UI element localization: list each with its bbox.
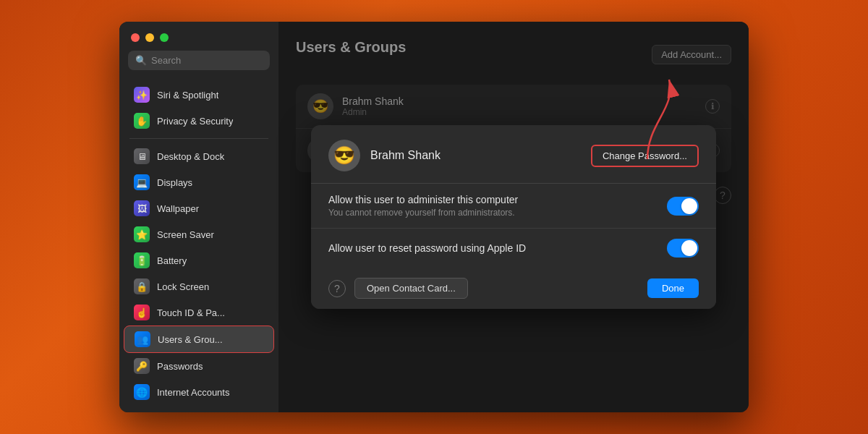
sidebar-divider xyxy=(129,138,268,139)
sheet-avatar: 😎 xyxy=(328,140,360,171)
maximize-button[interactable] xyxy=(160,33,169,42)
sheet-username: Brahm Shank xyxy=(370,149,581,162)
sidebar-item-label: Siri & Spotlight xyxy=(157,90,218,101)
option-title: Allow this user to administer this compu… xyxy=(328,194,518,205)
sidebar-item-label: Displays xyxy=(157,177,192,188)
search-icon: 🔍 xyxy=(135,55,147,66)
option-row: Allow user to reset password using Apple… xyxy=(328,239,699,258)
option-subtitle: You cannot remove yourself from administ… xyxy=(328,208,518,218)
sidebar-item-passwords[interactable]: 🔑 Passwords xyxy=(124,353,274,379)
sheet-footer: ? Open Contact Card... Done xyxy=(311,268,716,309)
internet-icon: 🌐 xyxy=(134,384,150,400)
main-content: Users & Groups Add Account... 😎 Brahm Sh… xyxy=(278,22,749,412)
sheet-overlay: 😎 Brahm Shank Change Password... Allow t… xyxy=(278,22,749,412)
sidebar-scroll: ✨ Siri & Spotlight ✋ Privacy & Security … xyxy=(119,79,278,412)
minimize-button[interactable] xyxy=(145,33,154,42)
search-input[interactable]: Search xyxy=(151,55,181,66)
sidebar-item-users-groups[interactable]: 👥 Users & Grou... xyxy=(124,326,274,353)
sidebar-item-displays[interactable]: 💻 Displays xyxy=(124,169,274,195)
option-row: Allow this user to administer this compu… xyxy=(328,194,699,218)
sidebar-item-internet-accounts[interactable]: 🌐 Internet Accounts xyxy=(124,379,274,405)
sidebar-item-touch-id[interactable]: ☝ Touch ID & Pa... xyxy=(124,299,274,326)
screensaver-icon: ⭐ xyxy=(134,226,150,242)
sidebar-item-lock-screen[interactable]: 🔒 Lock Screen xyxy=(124,273,274,299)
sidebar-item-label: Lock Screen xyxy=(157,281,209,292)
lockscreen-icon: 🔒 xyxy=(134,278,150,294)
sidebar-item-label: Battery xyxy=(157,255,187,266)
sidebar-item-label: Touch ID & Pa... xyxy=(157,307,225,318)
battery-icon: 🔋 xyxy=(134,252,150,268)
sidebar-item-battery[interactable]: 🔋 Battery xyxy=(124,247,274,273)
desktop-icon: 🖥 xyxy=(134,148,150,164)
sidebar-item-label: Wallpaper xyxy=(157,203,199,214)
sheet-body: Allow this user to administer this compu… xyxy=(311,184,716,268)
sidebar-item-siri-spotlight[interactable]: ✨ Siri & Spotlight xyxy=(124,82,274,108)
sidebar-item-screen-saver[interactable]: ⭐ Screen Saver xyxy=(124,221,274,247)
sidebar-item-desktop-dock[interactable]: 🖥 Desktop & Dock xyxy=(124,143,274,169)
sidebar-item-wallpaper[interactable]: 🖼 Wallpaper xyxy=(124,195,274,221)
sidebar-item-label: Passwords xyxy=(157,361,203,372)
privacy-icon: ✋ xyxy=(134,113,150,129)
reset-password-toggle[interactable] xyxy=(667,239,699,258)
sheet-help-button[interactable]: ? xyxy=(328,280,346,297)
change-password-button[interactable]: Change Password... xyxy=(591,145,699,167)
open-contact-button[interactable]: Open Contact Card... xyxy=(354,278,468,299)
users-icon: 👥 xyxy=(135,331,150,347)
passwords-icon: 🔑 xyxy=(134,358,150,374)
wallpaper-icon: 🖼 xyxy=(134,200,150,216)
user-detail-sheet: 😎 Brahm Shank Change Password... Allow t… xyxy=(311,125,716,309)
sidebar-item-label: Screen Saver xyxy=(157,229,214,240)
option-text: Allow this user to administer this compu… xyxy=(328,194,518,218)
sheet-header: 😎 Brahm Shank Change Password... xyxy=(311,125,716,184)
sidebar-item-label: Privacy & Security xyxy=(157,116,233,127)
sidebar-item-label: Desktop & Dock xyxy=(157,151,224,162)
option-text: Allow user to reset password using Apple… xyxy=(328,242,526,254)
close-button[interactable] xyxy=(131,33,140,42)
done-button[interactable]: Done xyxy=(647,278,699,298)
touchid-icon: ☝ xyxy=(134,305,150,320)
sidebar-item-privacy-security[interactable]: ✋ Privacy & Security xyxy=(124,108,274,134)
system-preferences-window: 🔍 Search ✨ Siri & Spotlight ✋ Privacy & … xyxy=(119,22,749,412)
siri-icon: ✨ xyxy=(134,87,150,103)
displays-icon: 💻 xyxy=(134,174,150,190)
window-controls xyxy=(119,22,278,51)
option-title: Allow user to reset password using Apple… xyxy=(328,242,526,254)
reset-password-option: Allow user to reset password using Apple… xyxy=(311,229,716,268)
admin-option: Allow this user to administer this compu… xyxy=(311,184,716,229)
sidebar-item-label: Internet Accounts xyxy=(157,387,229,398)
search-box[interactable]: 🔍 Search xyxy=(128,51,270,70)
admin-toggle[interactable] xyxy=(667,197,699,216)
sidebar: 🔍 Search ✨ Siri & Spotlight ✋ Privacy & … xyxy=(119,22,278,412)
sidebar-item-label: Users & Grou... xyxy=(158,334,223,345)
